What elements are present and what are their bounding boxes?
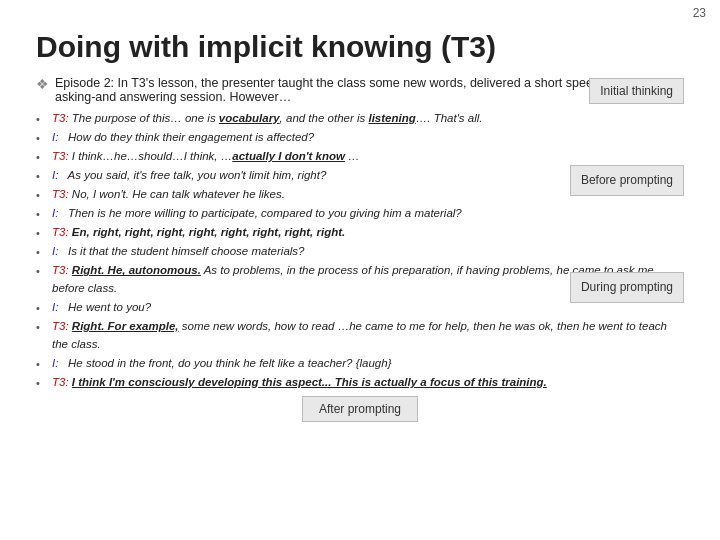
- list-bullet: •: [36, 206, 48, 223]
- content-list: • T3: The purpose of this… one is vocabu…: [36, 110, 684, 392]
- after-prompting-box: After prompting: [302, 396, 418, 422]
- slide-container: 23 Doing with implicit knowing (T3) ❖ Ep…: [0, 0, 720, 540]
- list-bullet: •: [36, 225, 48, 242]
- item-text: I: Then is he more willing to participat…: [52, 205, 684, 223]
- item-text: T3: I think I'm consciously developing t…: [52, 374, 684, 392]
- item-text: T3: Right. For example, some new words, …: [52, 318, 684, 354]
- during-prompting-box: During prompting: [570, 272, 684, 303]
- list-bullet: •: [36, 187, 48, 204]
- item-text: I: How do they think their engagement is…: [52, 129, 684, 147]
- list-bullet: •: [36, 300, 48, 317]
- list-bullet: •: [36, 149, 48, 166]
- episode-bullet: ❖: [36, 76, 49, 92]
- list-bullet: •: [36, 168, 48, 185]
- before-prompting-box: Before prompting: [570, 165, 684, 196]
- item-4-wrapper: • I: As you said, it's free talk, you wo…: [36, 167, 684, 185]
- list-item: • T3: Right. For example, some new words…: [36, 318, 684, 354]
- list-item: • I: He stood in the front, do you think…: [36, 355, 684, 373]
- list-item: • T3: The purpose of this… one is vocabu…: [36, 110, 684, 128]
- initial-thinking-box: Initial thinking: [589, 78, 684, 104]
- list-bullet: •: [36, 319, 48, 336]
- list-bullet: •: [36, 356, 48, 373]
- list-item: • I: Then is he more willing to particip…: [36, 205, 684, 223]
- list-bullet: •: [36, 244, 48, 261]
- list-item: • I: How do they think their engagement …: [36, 129, 684, 147]
- list-item: • T3: I think…he…should…I think, …actual…: [36, 148, 684, 166]
- item-text: T3: En, right, right, right, right, righ…: [52, 224, 684, 242]
- slide-title: Doing with implicit knowing (T3): [36, 30, 684, 64]
- list-item: • T3: En, right, right, right, right, ri…: [36, 224, 684, 242]
- page-number: 23: [693, 6, 706, 20]
- item-text: I: He stood in the front, do you think h…: [52, 355, 684, 373]
- list-bullet: •: [36, 375, 48, 392]
- list-item: • T3: I think I'm consciously developing…: [36, 374, 684, 392]
- item-text: T3: I think…he…should…I think, …actually…: [52, 148, 684, 166]
- after-prompting-wrapper: After prompting: [36, 396, 684, 422]
- episode-line: ❖ Episode 2: In T3's lesson, the present…: [36, 76, 684, 104]
- item-text: T3: The purpose of this… one is vocabula…: [52, 110, 684, 128]
- list-bullet: •: [36, 263, 48, 280]
- item-text: I: Is it that the student himself choose…: [52, 243, 684, 261]
- list-bullet: •: [36, 130, 48, 147]
- list-bullet: •: [36, 111, 48, 128]
- list-item: • I: Is it that the student himself choo…: [36, 243, 684, 261]
- item-9-wrapper: • T3: Right. He, autonomous. As to probl…: [36, 262, 684, 298]
